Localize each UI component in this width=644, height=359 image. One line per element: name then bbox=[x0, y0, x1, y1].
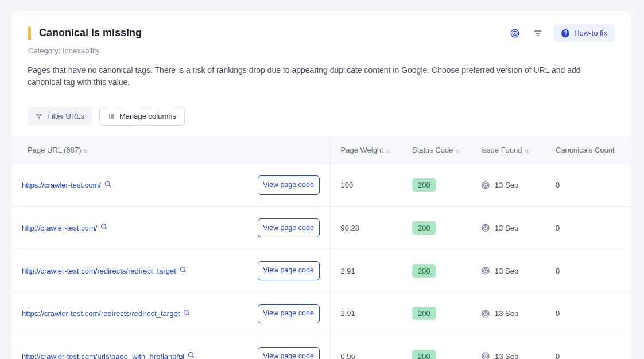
sort-icon-button[interactable] bbox=[530, 26, 545, 41]
issue-found-date: 13 Sep bbox=[495, 309, 518, 318]
svg-point-29 bbox=[485, 313, 486, 314]
svg-point-19 bbox=[485, 228, 486, 228]
inspect-icon[interactable] bbox=[100, 223, 108, 232]
status-badge: 200 bbox=[412, 178, 436, 192]
description-text: Pages that have no canonical tags. There… bbox=[28, 64, 613, 88]
inspect-icon[interactable] bbox=[183, 309, 191, 318]
table-row: https://crawler-test.com/View page code1… bbox=[11, 164, 631, 207]
status-badge: 200 bbox=[412, 264, 436, 278]
svg-point-24 bbox=[485, 270, 486, 271]
table-row: http://crawler-test.com/View page code90… bbox=[11, 206, 631, 249]
inspect-icon[interactable] bbox=[104, 181, 112, 190]
view-page-code-button[interactable]: View page code bbox=[258, 218, 320, 238]
svg-line-21 bbox=[184, 271, 186, 272]
svg-rect-5 bbox=[537, 35, 539, 36]
svg-point-34 bbox=[485, 356, 486, 357]
view-page-code-button[interactable]: View page code bbox=[258, 175, 320, 195]
status-badge: 200 bbox=[412, 307, 436, 320]
page-url-link[interactable]: http://crawler-test.com/redirects/redire… bbox=[22, 267, 176, 275]
page-title: Canonical is missing bbox=[39, 27, 142, 39]
manage-columns-label: Manage columns bbox=[119, 112, 176, 120]
col-url[interactable]: Page URL (687)⇅ bbox=[11, 136, 330, 164]
svg-point-15 bbox=[102, 224, 106, 229]
filter-urls-button[interactable]: Filter URLs bbox=[28, 107, 92, 126]
target-icon-button[interactable] bbox=[507, 26, 522, 41]
canonicals-count-cell: 0 bbox=[545, 164, 631, 207]
table-row: https://crawler-test.com/redirects/redir… bbox=[11, 292, 631, 335]
col-canonicals[interactable]: Canonicals Count bbox=[545, 136, 631, 164]
page-weight-cell: 100 bbox=[330, 164, 402, 207]
toolbar: Filter URLs Manage columns bbox=[28, 107, 615, 136]
svg-line-31 bbox=[192, 356, 194, 358]
results-table: Page URL (687)⇅ Page Weight⇅ Status Code… bbox=[11, 136, 631, 359]
crawl-icon bbox=[481, 352, 490, 359]
how-to-fix-button[interactable]: ? How-to fix bbox=[553, 24, 615, 42]
canonicals-count-cell: 0 bbox=[545, 206, 631, 249]
col-weight[interactable]: Page Weight⇅ bbox=[330, 136, 402, 164]
crawl-icon bbox=[481, 309, 490, 318]
header-actions: ? How-to fix bbox=[507, 24, 615, 42]
canonicals-count-cell: 0 bbox=[545, 335, 631, 359]
view-page-code-button[interactable]: View page code bbox=[258, 304, 320, 323]
page-weight-cell: 90.28 bbox=[330, 206, 402, 249]
svg-line-11 bbox=[109, 185, 111, 187]
sort-icon: ⇅ bbox=[83, 149, 88, 154]
category-label: Category: Indexability bbox=[28, 46, 615, 55]
issue-found-date: 13 Sep bbox=[495, 224, 518, 232]
card-header: Canonical is missing ? How-to fix bbox=[28, 24, 615, 42]
issue-found-date: 13 Sep bbox=[495, 352, 518, 359]
crawl-icon bbox=[481, 266, 490, 275]
page-weight-cell: 2.91 bbox=[330, 292, 402, 335]
status-badge: 200 bbox=[412, 350, 436, 359]
svg-point-20 bbox=[180, 267, 185, 272]
status-badge: 200 bbox=[412, 221, 436, 235]
filter-urls-label: Filter URLs bbox=[47, 112, 84, 120]
page-url-link[interactable]: https://crawler-test.com/redirects/redir… bbox=[22, 309, 180, 318]
page-url-link[interactable]: https://crawler-test.com/ bbox=[22, 181, 101, 189]
canonicals-count-cell: 0 bbox=[545, 249, 631, 292]
svg-point-10 bbox=[106, 181, 110, 186]
svg-point-25 bbox=[184, 310, 189, 314]
filter-icon bbox=[36, 113, 42, 120]
view-page-code-button[interactable]: View page code bbox=[258, 261, 320, 280]
svg-rect-3 bbox=[534, 30, 541, 31]
canonicals-count-cell: 0 bbox=[545, 292, 631, 335]
table-row: http://crawler-test.com/redirects/redire… bbox=[11, 249, 631, 292]
page-weight-cell: 2.91 bbox=[330, 249, 402, 292]
issue-found-date: 13 Sep bbox=[495, 181, 518, 189]
col-status[interactable]: Status Code⇅ bbox=[402, 136, 471, 164]
sort-icon: ⇅ bbox=[525, 149, 529, 154]
table-row: http://crawler-test.com/urls/page_with_h… bbox=[11, 335, 631, 359]
svg-marker-6 bbox=[37, 114, 42, 119]
svg-point-30 bbox=[189, 353, 193, 357]
page-weight-cell: 0.96 bbox=[330, 335, 402, 359]
page-url-link[interactable]: http://crawler-test.com/urls/page_with_h… bbox=[22, 352, 184, 359]
inspect-icon[interactable] bbox=[180, 266, 187, 275]
sort-icon: ⇅ bbox=[456, 149, 460, 154]
issue-found-date: 13 Sep bbox=[495, 267, 518, 275]
inspect-icon[interactable] bbox=[188, 352, 195, 359]
help-icon: ? bbox=[561, 29, 569, 37]
svg-rect-4 bbox=[536, 33, 540, 33]
view-page-code-button[interactable]: View page code bbox=[258, 347, 320, 360]
how-to-fix-label: How-to fix bbox=[574, 29, 607, 37]
crawl-icon bbox=[481, 181, 490, 190]
sort-icon: ⇅ bbox=[386, 149, 390, 154]
columns-icon bbox=[108, 113, 115, 120]
accent-bar bbox=[28, 26, 31, 40]
svg-line-16 bbox=[106, 228, 107, 230]
col-issue-found[interactable]: Issue Found⇅ bbox=[471, 136, 545, 164]
svg-line-26 bbox=[188, 314, 189, 315]
page-url-link[interactable]: http://crawler-test.com/ bbox=[22, 224, 97, 232]
crawl-icon bbox=[481, 223, 490, 232]
svg-point-2 bbox=[514, 33, 515, 34]
issue-card: Canonical is missing ? How-to fix bbox=[11, 11, 631, 359]
manage-columns-button[interactable]: Manage columns bbox=[99, 107, 185, 126]
svg-point-14 bbox=[485, 185, 486, 185]
